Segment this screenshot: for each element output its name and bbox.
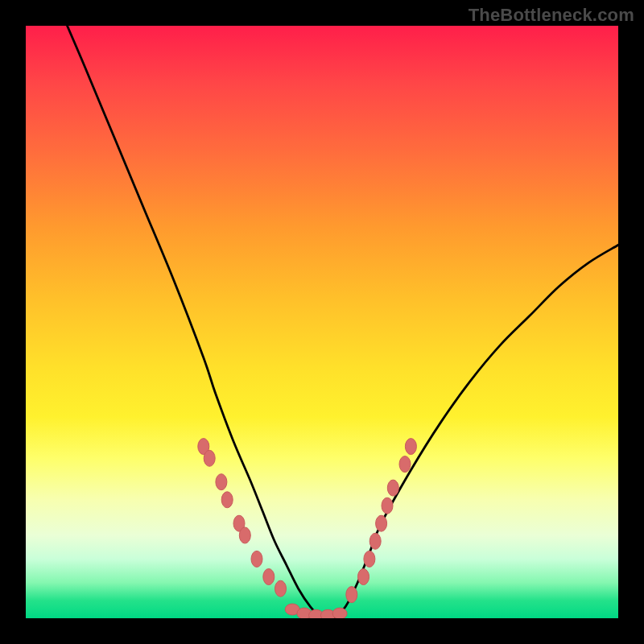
data-point [251,551,262,567]
data-point [221,492,233,508]
data-point [332,608,347,618]
data-point [204,450,215,466]
data-point [399,456,411,473]
data-point [405,439,416,455]
watermark-text: TheBottleneck.com [469,5,634,26]
data-point [358,569,369,585]
chart-frame: TheBottleneck.com [0,0,644,644]
data-point [376,515,387,531]
data-point [387,480,398,496]
data-point [382,497,393,514]
data-point [364,551,375,567]
data-point [239,527,250,543]
data-point [275,580,287,597]
curve-svg [26,26,618,618]
data-point [369,533,381,549]
data-point [346,587,357,603]
data-point [263,569,275,585]
data-point [216,474,227,490]
plot-area [26,26,618,618]
bottleneck-curve [68,26,619,618]
data-markers [198,439,417,618]
